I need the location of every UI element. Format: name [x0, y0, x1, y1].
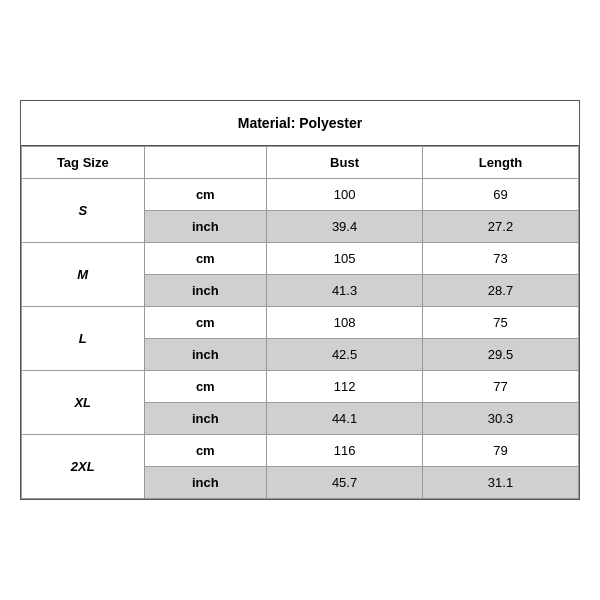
- table-row: Lcm10875: [22, 307, 579, 339]
- length-cell-inch: 30.3: [423, 403, 579, 435]
- col-bust: Bust: [267, 147, 423, 179]
- table-header-row: Tag Size Bust Length: [22, 147, 579, 179]
- length-cell-inch: 28.7: [423, 275, 579, 307]
- length-cell-cm: 77: [423, 371, 579, 403]
- size-table: Tag Size Bust Length Scm10069inch39.427.…: [21, 146, 579, 499]
- unit-cell-inch: inch: [144, 211, 267, 243]
- unit-cell-cm: cm: [144, 307, 267, 339]
- bust-cell-cm: 100: [267, 179, 423, 211]
- unit-cell-inch: inch: [144, 339, 267, 371]
- length-cell-cm: 79: [423, 435, 579, 467]
- unit-cell-cm: cm: [144, 371, 267, 403]
- bust-cell-inch: 39.4: [267, 211, 423, 243]
- size-chart: Material: Polyester Tag Size Bust Length…: [20, 100, 580, 500]
- bust-cell-cm: 105: [267, 243, 423, 275]
- length-cell-cm: 73: [423, 243, 579, 275]
- size-cell: M: [22, 243, 145, 307]
- col-tag-size: Tag Size: [22, 147, 145, 179]
- bust-cell-cm: 108: [267, 307, 423, 339]
- bust-cell-cm: 116: [267, 435, 423, 467]
- material-header: Material: Polyester: [21, 101, 579, 146]
- length-cell-cm: 75: [423, 307, 579, 339]
- bust-cell-inch: 42.5: [267, 339, 423, 371]
- bust-cell-inch: 41.3: [267, 275, 423, 307]
- unit-cell-inch: inch: [144, 403, 267, 435]
- unit-cell-inch: inch: [144, 275, 267, 307]
- bust-cell-inch: 44.1: [267, 403, 423, 435]
- bust-cell-cm: 112: [267, 371, 423, 403]
- material-label: Material: Polyester: [238, 115, 363, 131]
- table-row: 2XLcm11679: [22, 435, 579, 467]
- col-length: Length: [423, 147, 579, 179]
- unit-cell-cm: cm: [144, 435, 267, 467]
- length-cell-cm: 69: [423, 179, 579, 211]
- bust-cell-inch: 45.7: [267, 467, 423, 499]
- length-cell-inch: 29.5: [423, 339, 579, 371]
- table-row: Mcm10573: [22, 243, 579, 275]
- col-unit: [144, 147, 267, 179]
- size-cell: L: [22, 307, 145, 371]
- size-cell: XL: [22, 371, 145, 435]
- size-cell: S: [22, 179, 145, 243]
- table-row: Scm10069: [22, 179, 579, 211]
- length-cell-inch: 27.2: [423, 211, 579, 243]
- unit-cell-cm: cm: [144, 243, 267, 275]
- unit-cell-cm: cm: [144, 179, 267, 211]
- length-cell-inch: 31.1: [423, 467, 579, 499]
- table-row: XLcm11277: [22, 371, 579, 403]
- size-cell: 2XL: [22, 435, 145, 499]
- unit-cell-inch: inch: [144, 467, 267, 499]
